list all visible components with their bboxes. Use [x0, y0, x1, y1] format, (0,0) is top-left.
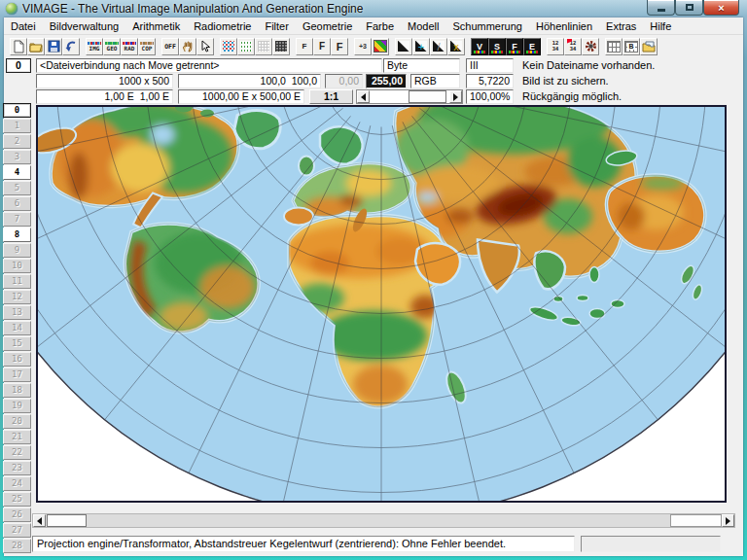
off-button[interactable]: OFF	[161, 38, 179, 55]
datatype-field[interactable]: Byte	[383, 58, 460, 73]
image-slot-24[interactable]: 24	[3, 476, 31, 491]
min-value-field[interactable]: 0,00	[325, 74, 363, 88]
filter-f2-button[interactable]: F	[313, 38, 331, 55]
faint-grid-button[interactable]	[255, 38, 272, 55]
image-slot-8[interactable]: 8	[3, 228, 31, 242]
image-slot-22[interactable]: 22	[3, 445, 31, 460]
dot-grid-2-button[interactable]	[237, 38, 255, 55]
scroll-left-button[interactable]	[33, 514, 46, 527]
image-slot-20[interactable]: 20	[3, 414, 31, 429]
module-geo-button[interactable]: GEO	[103, 38, 121, 55]
image-slot-6[interactable]: 6	[3, 196, 31, 211]
dark-grid-button[interactable]	[272, 38, 290, 55]
image-slot-21[interactable]: 21	[3, 430, 31, 444]
position-field[interactable]: 100,0 100,0	[178, 74, 321, 88]
menu-höhenlinien[interactable]: Höhenlinien	[529, 19, 599, 33]
image-slot-13[interactable]: 13	[3, 305, 31, 320]
image-slot-17[interactable]: 17	[3, 368, 31, 382]
menu-modell[interactable]: Modell	[401, 19, 445, 33]
pixel-value-field[interactable]: 5,7220	[466, 74, 514, 88]
zoom-slider[interactable]	[356, 89, 463, 104]
image-slot-4[interactable]: 4	[3, 165, 31, 180]
maximize-button[interactable]	[675, 0, 703, 16]
menu-bildverwaltung[interactable]: Bildverwaltung	[43, 19, 126, 33]
scroll-right-button[interactable]	[722, 514, 734, 527]
scrollbar-right-box[interactable]	[670, 514, 722, 527]
image-slot-5[interactable]: 5	[3, 181, 31, 195]
undo-button[interactable]	[62, 38, 80, 55]
color-mode-field[interactable]: RGB	[410, 74, 460, 88]
slider-left-arrow[interactable]	[357, 90, 370, 103]
image-slot-25[interactable]: 25	[3, 492, 31, 507]
zoom-slider-thumb[interactable]	[409, 90, 446, 103]
numbers-marked-button[interactable]: 1234	[564, 38, 582, 55]
image-slot-9[interactable]: 9	[3, 243, 31, 258]
menu-extras[interactable]: Extras	[599, 19, 643, 33]
horizontal-scrollbar[interactable]	[32, 513, 735, 528]
menu-farbe[interactable]: Farbe	[359, 19, 401, 33]
map-canvas[interactable]	[36, 105, 727, 503]
zoom-percent-field[interactable]: 100,00%	[466, 89, 514, 104]
letter-e-button[interactable]: E	[523, 38, 541, 55]
image-slot-18[interactable]: 18	[3, 383, 31, 398]
gradient-1-button[interactable]	[395, 38, 412, 55]
close-button[interactable]: ×	[703, 0, 739, 16]
filter-f3-button[interactable]: F	[331, 38, 348, 55]
image-slot-23[interactable]: 23	[3, 461, 31, 475]
image-slot-14[interactable]: 14	[3, 321, 31, 335]
image-slot-7[interactable]: 7	[3, 212, 31, 227]
letter-v-button[interactable]: V	[471, 38, 488, 55]
menu-hilfe[interactable]: Hilfe	[643, 19, 678, 33]
image-slot-0[interactable]: 0	[3, 103, 31, 118]
image-slot-2[interactable]: 2	[3, 134, 31, 149]
image-slot-3[interactable]: 3	[3, 150, 31, 164]
numbers-button[interactable]: 1234	[547, 38, 564, 55]
channels-field[interactable]: III	[466, 58, 514, 73]
minimize-button[interactable]	[647, 0, 675, 16]
module-cop-button[interactable]: COP	[138, 38, 156, 55]
image-slot-11[interactable]: 11	[3, 274, 31, 289]
max-value-field[interactable]: 255,00	[366, 74, 407, 88]
color-transform-button[interactable]	[372, 38, 389, 55]
image-slot-12[interactable]: 12	[3, 290, 31, 304]
settings-button[interactable]	[582, 38, 599, 55]
module-rad-button[interactable]: RAD	[121, 38, 138, 55]
scale-field[interactable]: 1,00 E 1,00 E	[36, 89, 173, 104]
extent-field[interactable]: 1000,00 E x 500,00 E	[178, 89, 304, 104]
image-slot-15[interactable]: 15	[3, 336, 31, 351]
new-file-button[interactable]	[10, 38, 27, 55]
pan-hand-button[interactable]	[179, 38, 196, 55]
gradient-4-button[interactable]: x	[447, 38, 465, 55]
letter-f-button[interactable]: F	[506, 38, 523, 55]
image-index-button[interactable]: 0	[6, 58, 31, 73]
image-size-field[interactable]: 1000 x 500	[36, 74, 173, 88]
ratio-1-1-button[interactable]: 1:1	[309, 89, 353, 104]
menu-radiometrie[interactable]: Radiometrie	[187, 19, 258, 33]
image-slot-19[interactable]: 19	[3, 399, 31, 413]
image-slot-10[interactable]: 10	[3, 259, 31, 273]
connection-field[interactable]: <Dateiverbindung nach Move getrennt>	[36, 58, 382, 73]
open-file-button[interactable]	[27, 38, 45, 55]
dot-grid-button[interactable]	[220, 38, 237, 55]
menu-geometrie[interactable]: Geometrie	[296, 19, 359, 33]
letter-s-button[interactable]: S	[488, 38, 506, 55]
module-img-button[interactable]: IMG	[86, 38, 103, 55]
menu-schummerung[interactable]: Schummerung	[445, 19, 529, 33]
save-button[interactable]	[45, 38, 62, 55]
image-slot-1[interactable]: 1	[3, 119, 31, 133]
menu-datei[interactable]: Datei	[4, 19, 43, 33]
plus3-button[interactable]: +3	[354, 38, 372, 55]
image-slot-16[interactable]: 16	[3, 352, 31, 367]
menu-filter[interactable]: Filter	[258, 19, 295, 33]
gradient-3-button[interactable]: /	[430, 38, 447, 55]
image-slot-26[interactable]: 26	[3, 508, 31, 522]
scrollbar-thumb[interactable]	[47, 514, 87, 527]
image-slot-28[interactable]: 28	[3, 539, 31, 553]
filter-f1-button[interactable]: F	[296, 38, 313, 55]
grid-view-button[interactable]	[605, 38, 622, 55]
menu-arithmetik[interactable]: Arithmetik	[125, 19, 187, 33]
folder-grid-button[interactable]	[640, 38, 658, 55]
gradient-2-button[interactable]: +	[412, 38, 430, 55]
slider-right-arrow[interactable]	[449, 90, 462, 103]
image-slot-27[interactable]: 27	[3, 523, 31, 538]
